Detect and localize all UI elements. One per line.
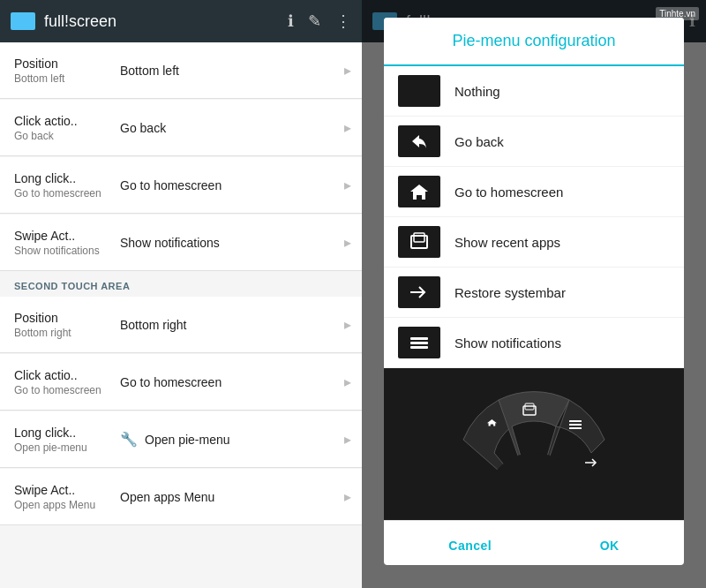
dialog-item-notifications[interactable]: Show notifications bbox=[384, 318, 684, 368]
dialog-item-recent[interactable]: Show recent apps bbox=[384, 217, 684, 268]
setting-long2-title: Long click.. bbox=[14, 426, 120, 440]
more-icon[interactable]: ⋮ bbox=[335, 11, 351, 31]
dialog-item-restore-label: Restore systembar bbox=[454, 285, 566, 300]
recent-icon bbox=[398, 226, 440, 258]
dialog-item-back-label: Go back bbox=[454, 134, 504, 149]
dialog-item-restore[interactable]: Restore systembar bbox=[384, 268, 684, 318]
edit-icon[interactable]: ✎ bbox=[308, 11, 321, 31]
setting-position2-subtitle: Bottom right bbox=[14, 327, 120, 339]
settings-list: Position Bottom left Bottom left ▸ Click… bbox=[0, 42, 362, 588]
arrow-icon: ▸ bbox=[344, 373, 351, 390]
setting-long-title: Long click.. bbox=[14, 171, 120, 185]
setting-click2-value: Go to homescreen bbox=[120, 375, 348, 389]
svg-rect-9 bbox=[569, 420, 582, 422]
setting-click-value: Go back bbox=[120, 121, 348, 135]
setting-click-action[interactable]: Click actio.. Go back Go back ▸ bbox=[0, 100, 362, 156]
right-panel: Tinhte.vn full!screen ℹ Pie-menu configu… bbox=[362, 0, 706, 588]
notifications-icon bbox=[398, 327, 440, 358]
setting-swipe-action2[interactable]: Swipe Act.. Open apps Menu Open apps Men… bbox=[0, 469, 362, 525]
setting-swipe2-title: Swipe Act.. bbox=[14, 483, 120, 497]
setting-long-subtitle: Go to homescreen bbox=[14, 187, 120, 200]
ok-button[interactable]: OK bbox=[579, 531, 641, 560]
setting-position-title: Position bbox=[14, 57, 120, 71]
setting-click2-subtitle: Go to homescreen bbox=[14, 384, 120, 396]
app-title: full!screen bbox=[44, 12, 279, 31]
dialog-item-home[interactable]: Go to homescreen bbox=[384, 167, 684, 217]
setting-click-title: Click actio.. bbox=[14, 114, 120, 128]
svg-rect-4 bbox=[410, 342, 428, 344]
setting-click-action2[interactable]: Click actio.. Go to homescreen Go to hom… bbox=[0, 354, 362, 411]
svg-rect-1 bbox=[414, 233, 424, 242]
pie-menu-dialog: Pie-menu configuration Nothing bbox=[384, 18, 684, 565]
setting-long2-subtitle: Open pie-menu bbox=[14, 441, 120, 454]
svg-rect-5 bbox=[410, 346, 428, 349]
toolbar-icons: ℹ ✎ ⋮ bbox=[288, 11, 351, 31]
arrow-icon: ▸ bbox=[344, 316, 351, 333]
setting-position2-value: Bottom right bbox=[120, 318, 348, 332]
svg-rect-11 bbox=[569, 427, 582, 429]
setting-swipe-action[interactable]: Swipe Act.. Show notifications Show noti… bbox=[0, 215, 362, 271]
dialog-item-back[interactable]: Go back bbox=[384, 117, 684, 167]
setting-click-subtitle: Go back bbox=[14, 130, 120, 142]
nothing-icon bbox=[398, 75, 440, 107]
wrench-icon: 🔧 bbox=[120, 431, 138, 448]
dialog-actions: Cancel OK bbox=[384, 520, 684, 565]
setting-position-subtitle: Bottom left bbox=[14, 72, 120, 85]
setting-long-click2[interactable]: Long click.. Open pie-menu 🔧 Open pie-me… bbox=[0, 411, 362, 468]
setting-swipe-value: Show notifications bbox=[120, 236, 348, 250]
back-icon bbox=[398, 125, 440, 157]
setting-position[interactable]: Position Bottom left Bottom left ▸ bbox=[0, 42, 362, 99]
svg-rect-10 bbox=[569, 424, 582, 426]
dialog-item-home-label: Go to homescreen bbox=[454, 185, 563, 200]
left-panel: full!screen ℹ ✎ ⋮ Position Bottom left B… bbox=[0, 0, 362, 588]
info-icon[interactable]: ℹ bbox=[288, 11, 294, 31]
cancel-button[interactable]: Cancel bbox=[427, 531, 513, 560]
app-icon bbox=[11, 12, 35, 30]
arrow-icon: ▸ bbox=[344, 177, 351, 193]
pie-container bbox=[384, 368, 684, 520]
setting-swipe2-value: Open apps Menu bbox=[120, 490, 348, 504]
setting-position2[interactable]: Position Bottom right Bottom right ▸ bbox=[0, 297, 362, 353]
svg-rect-3 bbox=[410, 337, 428, 340]
setting-long-click[interactable]: Long click.. Go to homescreen Go to home… bbox=[0, 157, 362, 214]
arrow-icon: ▸ bbox=[344, 234, 351, 251]
arrow-icon: ▸ bbox=[344, 431, 351, 448]
setting-swipe2-subtitle: Open apps Menu bbox=[14, 499, 120, 511]
dialog-overlay: Pie-menu configuration Nothing bbox=[362, 0, 706, 588]
setting-swipe-subtitle: Show notifications bbox=[14, 245, 120, 257]
arrow-icon: ▸ bbox=[344, 119, 351, 136]
watermark: Tinhte.vn bbox=[656, 7, 699, 20]
dialog-item-recent-label: Show recent apps bbox=[454, 235, 560, 250]
app-bar-left: full!screen ℹ ✎ ⋮ bbox=[0, 0, 362, 42]
section-header: SECOND TOUCH AREA bbox=[0, 272, 362, 297]
home-icon bbox=[398, 176, 440, 207]
dialog-list: Nothing Go back bbox=[384, 66, 684, 368]
setting-position2-title: Position bbox=[14, 311, 120, 325]
arrow-icon: ▸ bbox=[344, 62, 351, 79]
dialog-title: Pie-menu configuration bbox=[384, 18, 684, 66]
restore-icon bbox=[398, 276, 440, 308]
dialog-item-nothing[interactable]: Nothing bbox=[384, 66, 684, 117]
setting-click2-title: Click actio.. bbox=[14, 368, 120, 382]
dialog-item-nothing-label: Nothing bbox=[454, 84, 500, 99]
setting-position-value: Bottom left bbox=[120, 64, 348, 78]
arrow-icon: ▸ bbox=[344, 488, 351, 505]
setting-long-value: Go to homescreen bbox=[120, 178, 348, 192]
setting-swipe-title: Swipe Act.. bbox=[14, 229, 120, 243]
setting-long2-value: 🔧 Open pie-menu bbox=[120, 431, 348, 448]
pie-chart bbox=[446, 382, 622, 506]
dialog-item-notifications-label: Show notifications bbox=[454, 335, 561, 351]
